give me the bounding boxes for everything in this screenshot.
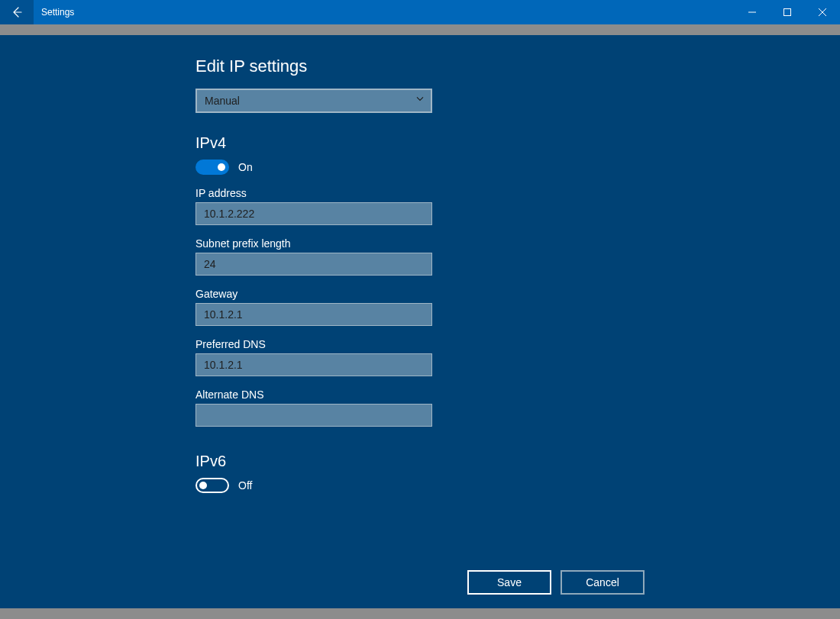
preferred-dns-label: Preferred DNS (195, 338, 654, 350)
close-icon (819, 8, 826, 16)
minimize-icon (748, 8, 756, 16)
action-buttons: Save Cancel (467, 570, 645, 595)
save-button[interactable]: Save (467, 570, 551, 595)
ip-settings-form: Edit IP settings Manual IPv4 On IP addre… (195, 56, 654, 493)
ip-address-field[interactable] (195, 202, 432, 225)
page-heading: Edit IP settings (195, 56, 654, 76)
titlebar: Settings (0, 0, 840, 24)
separator-top (0, 24, 840, 35)
back-button[interactable] (0, 0, 34, 24)
ip-address-label: IP address (195, 187, 654, 199)
window-controls (735, 0, 840, 24)
separator-bottom (0, 608, 840, 619)
ipv4-toggle[interactable] (195, 160, 229, 175)
window-title: Settings (34, 0, 735, 24)
ipv6-toggle[interactable] (195, 478, 229, 493)
arrow-left-icon (11, 6, 23, 18)
alternate-dns-label: Alternate DNS (195, 388, 654, 401)
maximize-button[interactable] (770, 0, 805, 24)
minimize-button[interactable] (735, 0, 770, 24)
maximize-icon (783, 8, 791, 16)
ipv4-heading: IPv4 (195, 134, 654, 152)
alternate-dns-field[interactable] (195, 404, 432, 427)
preferred-dns-field[interactable] (195, 353, 432, 376)
content-area: Edit IP settings Manual IPv4 On IP addre… (0, 35, 840, 608)
svg-rect-1 (784, 9, 791, 16)
close-button[interactable] (805, 0, 840, 24)
gateway-field[interactable] (195, 303, 432, 326)
chevron-down-icon (415, 93, 425, 105)
gateway-label: Gateway (195, 288, 654, 300)
subnet-prefix-label: Subnet prefix length (195, 237, 654, 250)
ipv4-toggle-label: On (238, 161, 253, 173)
subnet-prefix-field[interactable] (195, 253, 432, 276)
ipv6-heading: IPv6 (195, 453, 654, 470)
ip-mode-dropdown[interactable]: Manual (195, 89, 432, 113)
dropdown-selected-value: Manual (205, 95, 240, 107)
ipv6-toggle-label: Off (238, 479, 252, 492)
cancel-button[interactable]: Cancel (561, 570, 645, 595)
